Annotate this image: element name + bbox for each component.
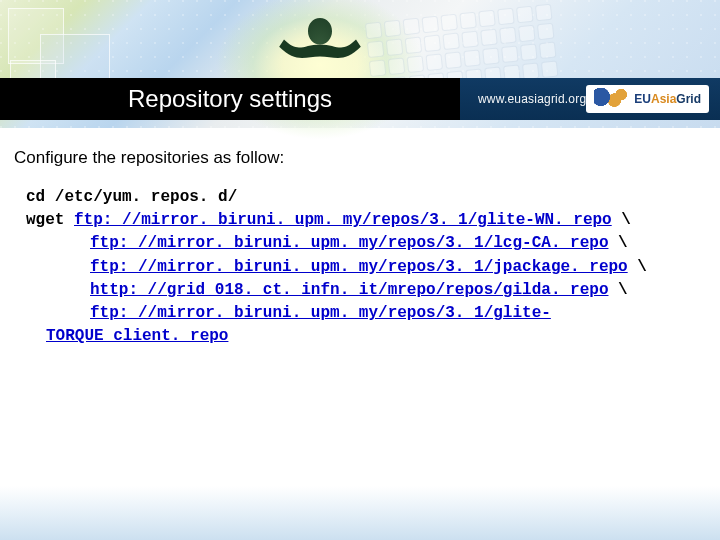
line-continuation: \ [628,258,647,276]
brand-text-asia: Asia [651,92,676,106]
brand-text-grid: Grid [676,92,701,106]
cmd-cd: cd /etc/yum. repos. d/ [26,186,694,209]
repo-link-jpackage[interactable]: ftp: //mirror. biruni. upm. my/repos/3. … [90,258,628,276]
site-url: www.euasiagrid.org [478,92,586,106]
title-bar: Repository settings [0,78,460,120]
brand-text-eu: EU [634,92,651,106]
repo-link-glite-torque-part2[interactable]: TORQUE_client. repo [46,327,228,345]
line-continuation: \ [608,234,627,252]
line-continuation: \ [612,211,631,229]
slide-content: Configure the repositories as follow: cd… [0,140,720,348]
line-continuation: \ [608,281,627,299]
page-title: Repository settings [128,85,332,113]
repo-link-lcg-ca[interactable]: ftp: //mirror. biruni. upm. my/repos/3. … [90,234,608,252]
footer-gradient [0,486,720,540]
brand-logo: EUAsiaGrid [586,85,709,113]
repo-link-glite-wn[interactable]: ftp: //mirror. biruni. upm. my/repos/3. … [74,211,612,229]
cmd-wget: wget [26,211,64,229]
repo-link-gilda[interactable]: http: //grid 018. ct. infn. it/mrepo/rep… [90,281,608,299]
intro-text: Configure the repositories as follow: [14,148,706,168]
brand-strip: www.euasiagrid.org EUAsiaGrid [460,78,720,120]
repo-link-glite-torque-part1[interactable]: ftp: //mirror. biruni. upm. my/repos/3. … [90,304,551,322]
code-block: cd /etc/yum. repos. d/ wget ftp: //mirro… [14,186,706,348]
map-icon [594,88,628,110]
